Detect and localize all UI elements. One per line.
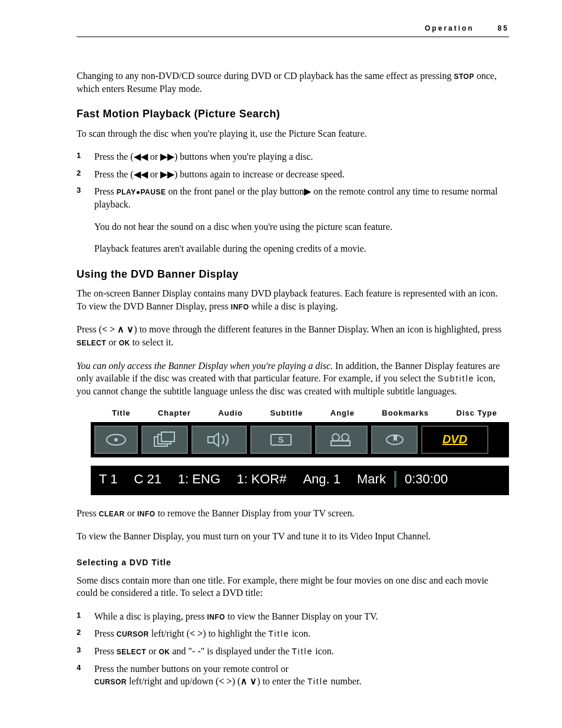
info-key: INFO [231,303,249,311]
select-key: SELECT [117,648,146,656]
banner-column-labels: Title Chapter Audio Subtitle Angle Bookm… [112,408,497,419]
ok-key: OK [158,648,170,656]
label-subtitle: Subtitle [270,408,303,419]
banner-p1: The on-screen Banner Display contains ma… [77,287,509,312]
svg-rect-10 [331,441,350,446]
stop-key: STOP [454,73,474,81]
svg-text:S: S [278,435,283,444]
sel-step-3: 3 Press SELECT or OK and "- -" is displa… [77,645,509,658]
title-icon [94,426,138,454]
angle-value: Ang. 1 [295,470,349,488]
intro-paragraph: Changing to any non-DVD/CD source during… [77,70,509,95]
title-value: T 1 [91,470,125,488]
subtitle-value: 1: KOR# [229,470,295,488]
label-angle: Angle [330,408,355,419]
bookmark-value: Mark [349,470,394,488]
step-2: 2 Press the (◀◀ or ▶▶) buttons again to … [77,168,509,181]
fast-note-1: You do not hear the sound on a disc when… [94,220,509,233]
page-header: Operation 85 [77,24,509,37]
audio-value: 1: ENG [170,470,229,488]
audio-icon [191,426,247,454]
fast-motion-heading: Fast Motion Playback (Picture Search) [77,107,509,121]
fast-note-2: Playback features aren't available durin… [94,242,509,255]
label-chapter: Chapter [158,408,191,419]
fastforward-icon: ▶▶ [160,169,174,179]
play-icon: ▶ [304,186,311,196]
rewind-icon: ◀◀ [134,151,148,162]
sel-step-2: 2 Press CURSOR left/right (< >) to highl… [77,627,509,640]
chapter-value: C 21 [125,470,169,488]
sel-step-1: 1 While a disc is playing, press INFO to… [77,610,509,623]
svg-point-9 [342,434,349,441]
banner-after-2: To view the Banner Display, you must tur… [77,530,509,543]
time-value: 0:30:00 [396,470,456,488]
selecting-title-heading: Selecting a DVD Title [77,557,509,568]
play-pause-key: PLAY●PAUSE [117,188,166,196]
selecting-lead: Some discs contain more than one title. … [77,574,509,599]
fastforward-icon: ▶▶ [160,151,174,162]
label-audio: Audio [218,408,243,419]
ok-key: OK [119,339,130,347]
clear-key: CLEAR [99,510,125,518]
info-key: INFO [137,510,156,518]
sel-step-4: 4 Press the number buttons on your remot… [77,663,509,688]
cursor-key: CURSOR [117,630,149,638]
subtitle-label: Subtitle [438,374,475,383]
angle-icon [315,426,368,454]
svg-point-8 [332,434,339,441]
svg-rect-4 [161,432,174,442]
section-name: Operation [425,24,474,33]
arrow-keys: < > ∧ ∨ [102,324,134,334]
svg-rect-5 [208,437,214,443]
step-1: 1 Press the (◀◀ or ▶▶) buttons when you'… [77,150,509,163]
step-3: 3 Press PLAY●PAUSE on the front panel or… [77,185,509,210]
chapter-icon [141,426,188,454]
select-key: SELECT [77,339,106,347]
banner-p2: Press (< > ∧ ∨) to move through the diff… [77,323,509,348]
fast-lead: To scan through the disc when you're pla… [77,127,509,140]
banner-display-graphic: S DVD T 1 C 21 1: ENG 1: KOR# Ang. 1 Mar… [77,422,509,495]
banner-p3: You can only access the Banner Display w… [77,360,509,398]
banner-after-1: Press CLEAR or INFO to remove the Banner… [77,507,509,520]
cursor-key: CURSOR [94,678,127,686]
disc-type-icon: DVD [421,426,488,454]
page-number: 85 [498,24,509,33]
banner-heading: Using the DVD Banner Display [77,267,509,281]
label-bookmarks: Bookmarks [382,408,429,419]
subtitle-icon: S [250,426,312,454]
svg-point-1 [114,438,118,442]
selecting-steps: 1 While a disc is playing, press INFO to… [77,610,509,688]
label-title: Title [112,408,131,419]
bookmarks-icon [371,426,418,454]
label-disc-type: Disc Type [457,408,497,419]
info-key: INFO [207,613,226,621]
fast-steps: 1 Press the (◀◀ or ▶▶) buttons when you'… [77,150,509,210]
banner-values-row: T 1 C 21 1: ENG 1: KOR# Ang. 1 Mark 0:30… [91,466,509,495]
rewind-icon: ◀◀ [134,169,148,179]
